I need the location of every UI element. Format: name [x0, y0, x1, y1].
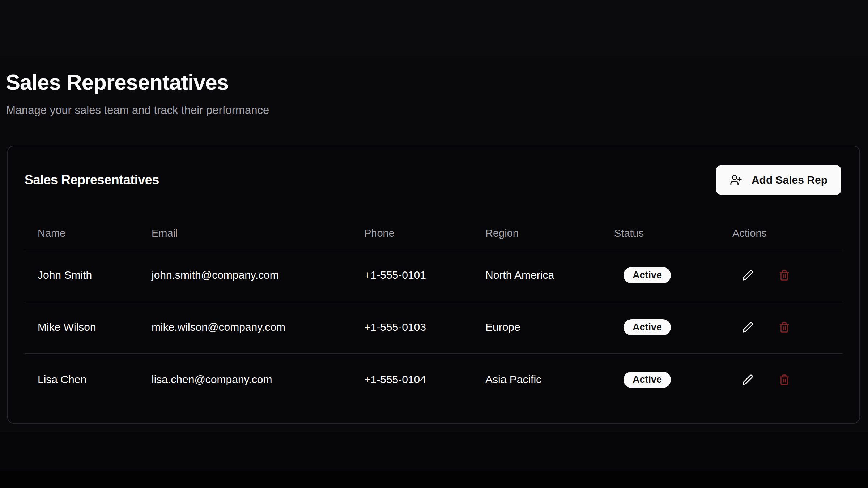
column-header-email: Email [139, 227, 351, 239]
delete-button[interactable] [779, 270, 790, 281]
table-row: John Smith john.smith@company.com +1-555… [25, 249, 843, 301]
sales-reps-card: Sales Representatives Add Sales Rep Name… [7, 146, 860, 424]
status-cell: Active [601, 319, 719, 335]
actions-cell [719, 270, 843, 281]
column-header-phone: Phone [351, 227, 472, 239]
pencil-icon [742, 374, 753, 385]
status-cell: Active [601, 267, 719, 283]
status-badge: Active [624, 319, 671, 335]
page-subtitle: Manage your sales team and track their p… [6, 102, 269, 118]
email-cell: lisa.chen@company.com [139, 373, 351, 386]
status-badge: Active [624, 372, 671, 388]
trash-icon [779, 322, 790, 333]
email-cell: john.smith@company.com [139, 269, 351, 281]
table-row: Mike Wilson mike.wilson@company.com +1-5… [25, 301, 843, 354]
card-title: Sales Representatives [25, 172, 159, 188]
actions-group [742, 374, 843, 385]
edit-button[interactable] [742, 374, 753, 385]
region-cell: North America [472, 269, 601, 281]
phone-cell: +1-555-0103 [351, 321, 472, 333]
edit-button[interactable] [742, 270, 753, 281]
edit-button[interactable] [742, 322, 753, 333]
column-header-region: Region [472, 227, 601, 239]
card-header: Sales Representatives Add Sales Rep [25, 165, 841, 195]
status-badge: Active [624, 267, 671, 283]
phone-cell: +1-555-0104 [351, 373, 472, 386]
trash-icon [779, 374, 790, 385]
delete-button[interactable] [779, 322, 790, 333]
column-header-status: Status [601, 227, 719, 239]
actions-cell [719, 322, 843, 333]
trash-icon [779, 270, 790, 281]
table-header-row: Name Email Phone Region Status Actions [25, 218, 843, 249]
name-cell: Lisa Chen [25, 373, 139, 386]
actions-group [742, 322, 843, 333]
add-sales-rep-button-label: Add Sales Rep [752, 174, 827, 186]
region-cell: Asia Pacific [472, 373, 601, 386]
delete-button[interactable] [779, 374, 790, 385]
status-cell: Active [601, 372, 719, 388]
actions-cell [719, 374, 843, 385]
table-row: Lisa Chen lisa.chen@company.com +1-555-0… [25, 354, 843, 406]
name-cell: John Smith [25, 269, 139, 281]
pencil-icon [742, 322, 753, 333]
column-header-name: Name [25, 227, 139, 239]
column-header-actions: Actions [719, 227, 843, 239]
name-cell: Mike Wilson [25, 321, 139, 333]
region-cell: Europe [472, 321, 601, 333]
email-cell: mike.wilson@company.com [139, 321, 351, 333]
page-title: Sales Representatives [6, 70, 229, 95]
phone-cell: +1-555-0101 [351, 269, 472, 281]
add-sales-rep-button[interactable]: Add Sales Rep [716, 165, 841, 195]
page-content: Sales Representatives Manage your sales … [0, 0, 868, 488]
actions-group [742, 270, 843, 281]
user-plus-icon [730, 174, 742, 186]
pencil-icon [742, 270, 753, 281]
sales-reps-table: Name Email Phone Region Status Actions J… [25, 218, 843, 406]
